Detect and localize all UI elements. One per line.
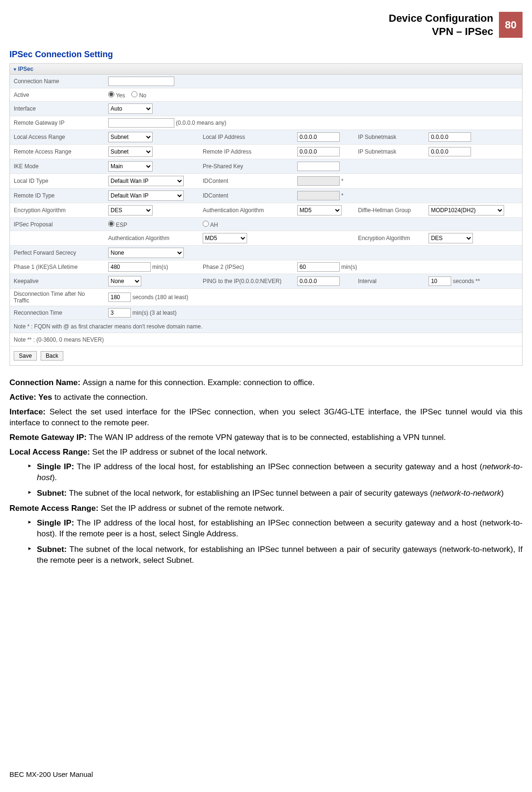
p5-bold: Local Access Range: xyxy=(9,448,90,456)
interface-label: Interface xyxy=(10,102,104,116)
esp-text: ESP xyxy=(116,222,127,228)
interval-unit: seconds ** xyxy=(453,278,480,284)
li1-bold: Single IP: xyxy=(37,462,74,471)
li3-bold: Single IP: xyxy=(37,518,74,527)
keepalive-label: Keepalive xyxy=(10,274,104,289)
proposal-auth-select[interactable]: MD5 xyxy=(203,233,247,243)
page-number: 80 xyxy=(499,12,523,38)
proposal-enc-label: Encryption Algorithm xyxy=(354,231,425,246)
p2-text: to activate the connection. xyxy=(52,393,147,402)
li2-italic: network-to-network xyxy=(433,489,501,498)
pfs-select[interactable]: None xyxy=(108,248,184,258)
ah-text: AH xyxy=(210,222,218,228)
proposal-auth-label: Authentication Algorithm xyxy=(104,231,199,246)
ah-radio[interactable] xyxy=(203,221,209,227)
remote-access-select[interactable]: Subnet xyxy=(108,146,153,157)
dh-select[interactable]: MODP1024(DH2) xyxy=(429,205,504,215)
enc-algo-label: Encryption Algorithm xyxy=(10,203,104,218)
remote-idcontent-input xyxy=(297,191,340,200)
remote-access-label: Remote Access Range xyxy=(10,145,104,159)
auth-algo-label: Authentication Algorithm xyxy=(199,203,293,218)
local-ip-input[interactable] xyxy=(297,132,340,142)
p6-text: Set the IP address or subnet of the remo… xyxy=(98,504,284,513)
disc-time-label: Disconnection Time after No Traffic xyxy=(10,289,104,306)
section-title: IPSec Connection Setting xyxy=(9,50,523,60)
interval-label: Interval xyxy=(354,274,425,289)
li4-text: The subnet of the local network, for est… xyxy=(37,545,523,565)
p6-bold: Remote Access Range: xyxy=(9,504,98,513)
remote-id-star: * xyxy=(341,192,343,199)
remote-id-select[interactable]: Default Wan IP xyxy=(108,190,184,201)
reconn-unit: min(s) (3 at least) xyxy=(132,310,176,316)
disc-time-unit: seconds (180 at least) xyxy=(132,294,188,301)
reconn-input[interactable] xyxy=(108,308,131,318)
remote-idcontent-label: IDContent xyxy=(199,189,293,203)
p3-bold: Interface: xyxy=(9,407,46,416)
li1-text: The IP address of the local host, for es… xyxy=(74,462,482,471)
phase1-label: Phase 1 (IKE)SA Lifetime xyxy=(10,260,104,274)
li1-end: ). xyxy=(52,473,57,482)
interface-select[interactable]: Auto xyxy=(108,103,153,114)
proposal-enc-select[interactable]: DES xyxy=(429,233,473,243)
ping-input[interactable] xyxy=(297,276,340,286)
connection-name-input[interactable] xyxy=(108,77,174,86)
phase2-input[interactable] xyxy=(297,262,340,272)
remote-mask-label: IP Subnetmask xyxy=(354,145,425,159)
remote-id-label: Remote ID Type xyxy=(10,189,104,203)
active-yes-radio[interactable] xyxy=(108,91,114,97)
ike-mode-label: IKE Mode xyxy=(10,159,104,174)
local-id-select[interactable]: Default Wan IP xyxy=(108,176,184,186)
interval-input[interactable] xyxy=(429,276,451,286)
local-ip-label: Local IP Address xyxy=(199,130,293,145)
active-yes-text: Yes xyxy=(116,92,125,99)
documentation-body: Connection Name: Assign a name for this … xyxy=(9,378,523,566)
psk-label: Pre-Shared Key xyxy=(199,159,293,174)
active-no-radio[interactable] xyxy=(131,91,137,97)
keepalive-select[interactable]: None xyxy=(108,276,141,286)
auth-algo-select[interactable]: MD5 xyxy=(297,205,342,215)
local-access-label: Local Access Range xyxy=(10,130,104,145)
note-2: Note ** : (0-3600, 0 means NEVER) xyxy=(10,333,522,346)
p3-text: Select the set used interface for the IP… xyxy=(9,407,523,427)
connection-name-label: Connection Name xyxy=(10,75,104,88)
remote-ip-input[interactable] xyxy=(297,147,340,156)
phase1-unit: min(s) xyxy=(152,264,168,270)
remote-gw-input[interactable] xyxy=(108,118,174,128)
remote-gw-label: Remote Gateway IP xyxy=(10,116,104,130)
remote-gw-hint: (0.0.0.0 means any) xyxy=(176,120,226,126)
pfs-label: Perfect Forward Secrecy xyxy=(10,246,104,260)
ike-mode-select[interactable]: Main xyxy=(108,161,153,172)
p5-text: Set the IP address or subnet of the loca… xyxy=(90,448,267,456)
p4-bold: Remote Gateway IP: xyxy=(9,433,86,442)
enc-algo-select[interactable]: DES xyxy=(108,205,153,215)
phase1-input[interactable] xyxy=(108,262,151,272)
panel-header[interactable]: IPSec xyxy=(10,64,522,75)
p1-bold: Connection Name: xyxy=(9,378,83,387)
phase2-label: Phase 2 (IPSec) xyxy=(199,260,293,274)
ipsec-config-panel: IPSec Connection Name Active Yes No Inte… xyxy=(9,63,523,366)
ping-label: PING to the IP(0.0.0.0:NEVER) xyxy=(199,274,293,289)
remote-mask-input[interactable] xyxy=(429,147,471,156)
note-1: Note * : FQDN with @ as first character … xyxy=(10,320,522,333)
local-id-label: Local ID Type xyxy=(10,174,104,189)
local-mask-label: IP Subnetmask xyxy=(354,130,425,145)
active-no-text: No xyxy=(139,92,146,99)
local-idcontent-input xyxy=(297,176,340,186)
esp-radio[interactable] xyxy=(108,221,114,227)
remote-ip-label: Remote IP Address xyxy=(199,145,293,159)
li2-bold: Subnet: xyxy=(37,489,67,498)
local-access-select[interactable]: Subnet xyxy=(108,132,153,142)
p2-bold: Active: Yes xyxy=(9,393,52,402)
li3-text: The IP address of the local host, for es… xyxy=(37,518,523,538)
header-title-2: VPN – IPSec xyxy=(389,25,493,38)
p1-text: Assign a name for this connection. Examp… xyxy=(83,378,315,387)
phase2-unit: min(s) xyxy=(341,264,357,270)
local-mask-input[interactable] xyxy=(429,132,471,142)
li4-bold: Subnet: xyxy=(37,545,67,554)
save-button[interactable]: Save xyxy=(14,351,37,361)
p4-text: The WAN IP address of the remote VPN gat… xyxy=(86,433,446,442)
back-button[interactable]: Back xyxy=(41,351,64,361)
ipsec-proposal-label: IPSec Proposal xyxy=(10,218,104,231)
psk-input[interactable] xyxy=(297,162,340,171)
disc-time-input[interactable] xyxy=(108,293,131,302)
